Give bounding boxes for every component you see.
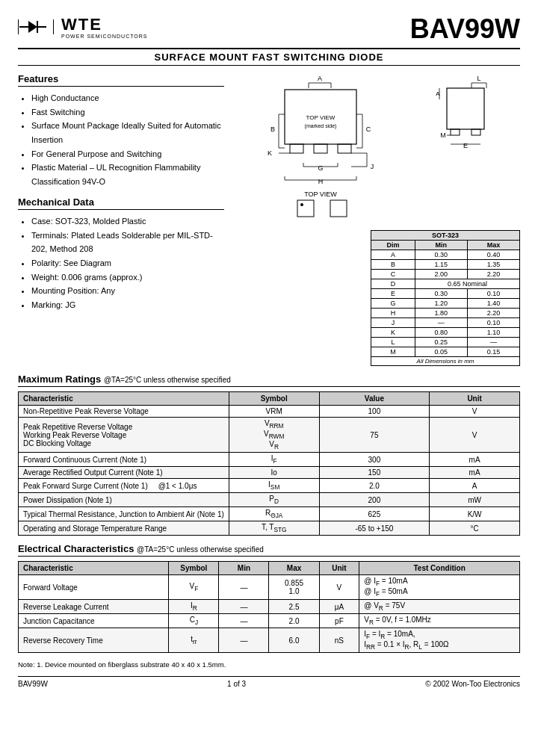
symbol-cell: VRRMVRWMVR (229, 418, 319, 453)
ec-min: — (219, 600, 269, 614)
svg-text:L: L (477, 75, 481, 82)
table-row: Typical Thermal Resistance, Junction to … (19, 507, 520, 521)
unit-cell: mA (430, 467, 520, 479)
dim-row: H1.802.20 (371, 309, 520, 318)
dim-row: K0.801.10 (371, 328, 520, 338)
dimensions-table-container: SOT-323 Dim Min Max A0.300.40 B1.151.35 … (232, 227, 520, 366)
mech-item: Mounting Position: Any (31, 284, 224, 298)
svg-text:A: A (318, 75, 322, 82)
dim-row: B1.151.35 (371, 260, 520, 270)
ec-char: Reverse Recovery Time (19, 628, 169, 653)
value-cell: 300 (319, 453, 430, 467)
mech-item: Polarity: See Diagram (31, 256, 224, 270)
svg-text:G: G (318, 164, 323, 172)
features-list: High Conductance Fast Switching Surface … (18, 91, 224, 189)
table-row: Junction Capacitance CJ — 2.0 pF VR = 0V… (19, 614, 520, 628)
dim-footnote: All Dimensions in mm (371, 357, 520, 366)
svg-rect-40 (330, 200, 347, 217)
part-number: BAV99W (410, 13, 520, 45)
value-cell: -65 to +150 (319, 521, 430, 536)
dimensions-table: SOT-323 Dim Min Max A0.300.40 B1.151.35 … (371, 230, 520, 366)
ec-cond: IF = IR = 10mA,IRR = 0.1 × IR, RL = 100Ω (359, 628, 520, 653)
sot323-title: SOT-323 (371, 231, 520, 241)
ec-char: Forward Voltage (19, 575, 169, 600)
ec-unit: nS (319, 628, 359, 653)
ec-unit: V (319, 575, 359, 600)
unit-cell: K/W (430, 507, 520, 521)
elevation-diagram: L A E M (436, 73, 495, 178)
mechanical-list: Case: SOT-323, Molded Plastic Terminals:… (18, 214, 224, 312)
footer-right: © 2002 Won-Too Electronics (425, 680, 520, 688)
table-row: Reverse Leakage Current IR — 2.5 μA @ VR… (19, 600, 520, 614)
ec-char: Reverse Leakage Current (19, 600, 169, 614)
svg-rect-50 (471, 129, 480, 135)
value-cell: 75 (319, 418, 430, 453)
svg-text:(marked side): (marked side) (304, 123, 336, 129)
elec-chars-section: Electrical Characteristics @TA=25°C unle… (18, 543, 520, 653)
ec-min: — (219, 575, 269, 600)
col-value: Value (319, 392, 430, 406)
col-min: Min (415, 241, 467, 250)
table-row: Peak Repetitive Reverse VoltageWorking P… (19, 418, 520, 453)
unit-cell: mW (430, 493, 520, 507)
dim-row: A0.300.40 (371, 250, 520, 260)
table-row: Peak Forward Surge Current (Note 1) @1 <… (19, 479, 520, 493)
dim-row: G1.201.40 (371, 299, 520, 309)
symbol-cell: PD (229, 493, 319, 507)
svg-text:TOP VIEW: TOP VIEW (306, 114, 335, 121)
footer-center: 1 of 3 (227, 680, 246, 688)
ec-sym: trr (169, 628, 219, 653)
company-logo: WTE POWER SEMICONDUCTORS (18, 13, 148, 42)
dim-row: L0.25— (371, 338, 520, 347)
svg-text:E: E (463, 142, 468, 149)
ec-cond: @ VR = 75V (359, 600, 520, 614)
ec-col-cond: Test Condition (359, 562, 520, 575)
svg-text:A: A (436, 90, 441, 97)
feature-item: High Conductance (31, 91, 224, 105)
logo-wte: WTE (61, 16, 148, 34)
features-title: Features (18, 73, 224, 87)
value-cell: 625 (319, 507, 430, 521)
unit-cell: mA (430, 453, 520, 467)
svg-marker-1 (28, 21, 37, 33)
ec-char: Junction Capacitance (19, 614, 169, 628)
char-cell: Average Rectified Output Current (Note 1… (19, 467, 229, 479)
value-cell: 150 (319, 467, 430, 479)
col-unit: Unit (430, 392, 520, 406)
value-cell: 200 (319, 493, 430, 507)
dim-row: M0.050.15 (371, 347, 520, 357)
page-footer: BAV99W 1 of 3 © 2002 Won-Too Electronics (18, 676, 520, 688)
ec-col-unit: Unit (319, 562, 359, 575)
svg-point-41 (300, 203, 303, 206)
ec-unit: μA (319, 600, 359, 614)
ec-max: 0.8551.0 (269, 575, 319, 600)
table-row: Forward Voltage VF — 0.8551.0 V @ IF = 1… (19, 575, 520, 600)
table-row: Forward Continuous Current (Note 1) IF 3… (19, 453, 520, 467)
char-cell: Power Dissipation (Note 1) (19, 493, 229, 507)
symbol-cell: T, TSTG (229, 521, 319, 536)
elec-chars-table: Characteristic Symbol Min Max Unit Test … (18, 561, 520, 653)
unit-cell: V (430, 406, 520, 418)
symbol-cell: RΘJA (229, 507, 319, 521)
char-cell: Peak Repetitive Reverse VoltageWorking P… (19, 418, 229, 453)
ec-unit: pF (319, 614, 359, 628)
max-ratings-table: Characteristic Symbol Value Unit Non-Rep… (18, 391, 520, 536)
svg-text:C: C (365, 126, 371, 133)
table-row: Non-Repetitive Peak Reverse Voltage VRM … (19, 406, 520, 418)
svg-text:M: M (440, 131, 446, 139)
mech-item: Terminals: Plated Leads Solderable per M… (31, 229, 224, 256)
unit-cell: V (430, 418, 520, 453)
col-dim: Dim (371, 241, 415, 250)
table-row: Average Rectified Output Current (Note 1… (19, 467, 520, 479)
dim-row: C2.002.20 (371, 270, 520, 279)
feature-item: Plastic Material – UL Recognition Flamma… (31, 161, 224, 188)
table-row: Reverse Recovery Time trr — 6.0 nS IF = … (19, 628, 520, 653)
svg-text:H: H (318, 178, 323, 185)
table-row: Operating and Storage Temperature Range … (19, 521, 520, 536)
char-cell: Operating and Storage Temperature Range (19, 521, 229, 536)
mechanical-title: Mechanical Data (18, 196, 224, 210)
symbol-cell: IF (229, 453, 319, 467)
features-column: Features High Conductance Fast Switching… (18, 73, 224, 366)
logo-text-block: WTE POWER SEMICONDUCTORS (61, 16, 148, 40)
ec-sym: IR (169, 600, 219, 614)
